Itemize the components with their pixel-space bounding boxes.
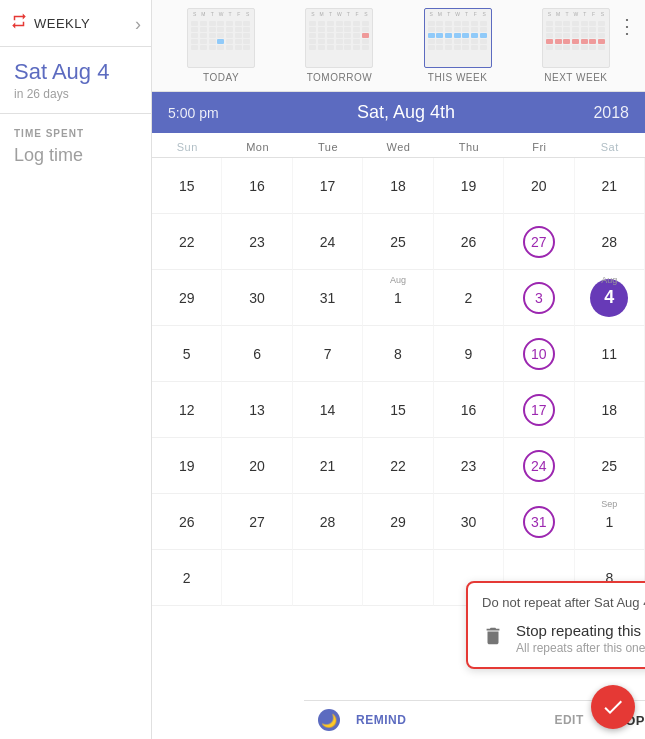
more-options-icon[interactable]: ⋮ [617,14,637,38]
trash-icon[interactable] [482,625,504,652]
calendar-cell[interactable]: 20 [222,438,292,494]
cell-number: 30 [452,506,484,538]
calendar-cell[interactable]: 22 [152,214,222,270]
calendar-cell[interactable]: 25 [363,214,433,270]
calendar-cell[interactable]: 27 [222,494,292,550]
mini-cal-tomorrow[interactable]: SMTWTFS TOMORROW [305,8,373,83]
cell-number: 20 [241,450,273,482]
calendar-cell[interactable]: 17 [504,382,574,438]
calendar-cell[interactable]: 10 [504,326,574,382]
calendar-cell[interactable] [363,550,433,606]
calendar-cell[interactable]: 30 [434,494,504,550]
calendar-cell[interactable]: 8 [363,326,433,382]
cell-number: 12 [171,394,203,426]
calendar-cell[interactable]: 2 [152,550,222,606]
mini-cal-this-week-img: SMTWTFS [424,8,492,68]
calendar-cell[interactable]: 23 [222,214,292,270]
cell-number: 2 [452,282,484,314]
calendar-cell[interactable]: 21 [575,158,645,214]
cell-number: 27 [241,506,273,538]
calendar-cell[interactable]: 31 [293,270,363,326]
calendar-cell[interactable] [293,550,363,606]
day-header-sat: Sat [575,133,645,157]
calendar-cell[interactable]: 3 [504,270,574,326]
calendar-cell[interactable]: 28 [293,494,363,550]
calendar-cell[interactable]: 7 [293,326,363,382]
log-time-button[interactable]: Log time [14,145,137,166]
weekly-label: WEEKLY [34,16,90,31]
cell-number: 15 [171,170,203,202]
cell-number: 26 [452,226,484,258]
calendar-cell[interactable]: 16 [434,382,504,438]
calendar-cell[interactable]: 6 [222,326,292,382]
calendar-cell[interactable]: Aug1 [363,270,433,326]
calendar-cell[interactable]: 25 [575,438,645,494]
confirm-button[interactable] [591,685,635,729]
stop-repeat-popup: Do not repeat after Sat Aug 4 Stop repea… [466,581,645,669]
calendar-cell[interactable]: Sep1 [575,494,645,550]
popup-header: Do not repeat after Sat Aug 4 [482,595,645,610]
cell-number: 8 [382,338,414,370]
calendar-cell[interactable]: 26 [434,214,504,270]
calendar-cell[interactable] [222,550,292,606]
calendar-cell[interactable]: Aug4 [575,270,645,326]
calendar-cell[interactable]: 16 [222,158,292,214]
sidebar: › WEEKLY Sat Aug 4 in 26 days TIME SPENT… [0,0,152,739]
reminder-label: REMIND [356,713,406,727]
calendar-cell[interactable]: 24 [504,438,574,494]
calendar-cell[interactable]: 29 [152,270,222,326]
sidebar-arrow[interactable]: › [135,14,141,35]
date-section: Sat Aug 4 in 26 days [0,47,151,114]
mini-cal-next-week[interactable]: SMTWTFS NEXT WEEK [542,8,610,83]
day-header-thu: Thu [434,133,504,157]
cell-number: 18 [382,170,414,202]
cell-number: 3 [523,282,555,314]
calendar-cell[interactable]: 14 [293,382,363,438]
calendar-cell[interactable]: 22 [363,438,433,494]
cell-number: 1 [593,506,625,538]
calendar-cell[interactable]: 19 [152,438,222,494]
edit-label[interactable]: EDIT [554,713,583,727]
calendar-cell[interactable]: 2 [434,270,504,326]
calendar-cell[interactable]: 15 [152,158,222,214]
calendar-cell[interactable]: 19 [434,158,504,214]
calendar-header: 5:00 pm Sat, Aug 4th 2018 [152,92,645,133]
weekly-section[interactable]: WEEKLY [0,0,151,47]
calendar-cell[interactable]: 30 [222,270,292,326]
cell-number: 31 [523,506,555,538]
calendar-cell[interactable]: 13 [222,382,292,438]
calendar-cell[interactable]: 31 [504,494,574,550]
calendar-cell[interactable]: 11 [575,326,645,382]
cell-number: 29 [382,506,414,538]
calendar-cell[interactable]: 29 [363,494,433,550]
calendar-cell[interactable]: 28 [575,214,645,270]
cell-number: 13 [241,394,273,426]
calendar-cell[interactable]: 17 [293,158,363,214]
cell-month-label: Aug [601,275,617,285]
calendar-cell[interactable]: 23 [434,438,504,494]
calendar-cell[interactable]: 18 [363,158,433,214]
cell-number: 15 [382,394,414,426]
cell-number: 7 [312,338,344,370]
calendar-cell[interactable]: 26 [152,494,222,550]
cell-number: 19 [452,170,484,202]
mini-cal-next-week-label: NEXT WEEK [544,72,607,83]
cell-number: 16 [452,394,484,426]
cell-number: 20 [523,170,555,202]
calendar-cell[interactable]: 27 [504,214,574,270]
cell-number: 11 [593,338,625,370]
mini-cal-today[interactable]: SMTWTFS TODAY [187,8,255,83]
calendar-cell[interactable]: 24 [293,214,363,270]
calendar-cell[interactable]: 20 [504,158,574,214]
day-header-mon: Mon [222,133,292,157]
calendar-cell[interactable]: 18 [575,382,645,438]
calendar-cell[interactable]: 12 [152,382,222,438]
mini-cal-this-week[interactable]: SMTWTFS THIS WEEK [424,8,492,83]
calendar-year: 2018 [593,104,629,122]
calendar-cell[interactable]: 5 [152,326,222,382]
cell-number: 23 [452,450,484,482]
calendar-cell[interactable]: 9 [434,326,504,382]
calendar-cell[interactable]: 21 [293,438,363,494]
mini-cal-tomorrow-img: SMTWTFS [305,8,373,68]
calendar-cell[interactable]: 15 [363,382,433,438]
